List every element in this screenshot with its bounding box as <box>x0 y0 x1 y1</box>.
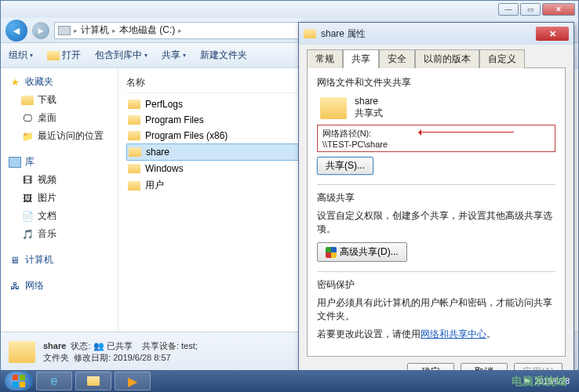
share-button[interactable]: 共享(S)... <box>317 157 373 175</box>
toolbar-include[interactable]: 包含到库中▾ <box>95 49 147 62</box>
forward-button[interactable]: ► <box>32 22 49 39</box>
library-icon <box>9 157 21 168</box>
svg-rect-1 <box>20 375 25 380</box>
open-icon <box>47 51 60 60</box>
tray-date: 2019/6/28 <box>535 377 570 386</box>
toolbar-share[interactable]: 共享▾ <box>162 49 186 62</box>
sidebar-item-pictures[interactable]: 🖼图片 <box>4 189 115 207</box>
password-desc: 用户必须具有此计算机的用户帐户和密码，才能访问共享文件夹。 <box>317 296 555 323</box>
dialog-close-button[interactable]: ✕ <box>536 27 569 41</box>
properties-dialog: share 属性 ✕ 常规 共享 安全 以前的版本 自定义 网络文件和文件夹共享… <box>298 22 574 387</box>
desktop-icon: 🖵 <box>21 112 34 125</box>
tray-flag-icon: ⚑ <box>523 377 530 386</box>
network-path-label: 网络路径(N): <box>322 128 550 140</box>
share-folder-name: share <box>355 96 383 107</box>
tab-general[interactable]: 常规 <box>307 49 343 68</box>
tab-sharing[interactable]: 共享 <box>343 49 379 68</box>
share-style: 共享式 <box>355 107 383 120</box>
folder-icon <box>21 96 34 105</box>
svg-rect-2 <box>13 382 18 387</box>
video-icon: 🎞 <box>21 174 34 187</box>
section-network-sharing-title: 网络文件和文件夹共享 <box>317 76 555 89</box>
tab-previous-versions[interactable]: 以前的版本 <box>415 49 479 68</box>
folder-icon <box>87 376 100 386</box>
section-password-title: 密码保护 <box>317 278 555 292</box>
folder-icon <box>128 115 140 125</box>
svg-rect-0 <box>13 375 18 380</box>
folder-large-icon <box>9 341 35 363</box>
tab-security[interactable]: 安全 <box>379 49 415 68</box>
music-icon: 🎵 <box>21 228 34 241</box>
sidebar-item-documents[interactable]: 📄文档 <box>4 207 115 225</box>
section-advanced-title: 高级共享 <box>317 191 555 205</box>
toolbar-newfolder[interactable]: 新建文件夹 <box>200 49 247 62</box>
folder-icon <box>304 29 316 38</box>
network-path-box: 网络路径(N): \\TEST-PC\share <box>317 125 555 152</box>
sidebar-item-desktop[interactable]: 🖵桌面 <box>4 109 115 127</box>
folder-icon <box>129 147 141 157</box>
sidebar-favorites[interactable]: ★收藏夹 <box>4 73 115 91</box>
sidebar-network[interactable]: 🖧网络 <box>4 277 115 295</box>
folder-icon <box>128 131 140 140</box>
sidebar-item-videos[interactable]: 🎞视频 <box>4 171 115 189</box>
window-close-button[interactable]: ✕ <box>542 3 575 16</box>
breadcrumb-drive[interactable]: 本地磁盘 (C:) <box>119 24 175 37</box>
tab-customize[interactable]: 自定义 <box>479 49 525 68</box>
picture-icon: 🖼 <box>21 192 34 205</box>
recent-icon: 📁 <box>21 130 34 143</box>
windows-logo-icon <box>12 374 26 388</box>
network-icon: 🖧 <box>9 280 21 292</box>
sidebar-computer[interactable]: 🖥计算机 <box>4 251 115 269</box>
back-button[interactable]: ◄ <box>5 20 27 42</box>
task-media[interactable]: ▶ <box>115 372 151 390</box>
sidebar: ★收藏夹 下载 🖵桌面 📁最近访问的位置 库 🎞视频 🖼图片 📄文档 🎵音乐 🖥… <box>1 68 118 332</box>
tabs: 常规 共享 安全 以前的版本 自定义 <box>307 49 566 68</box>
minimize-button[interactable]: — <box>498 3 519 16</box>
system-tray[interactable]: ⚑ 2019/6/28 <box>523 377 575 386</box>
folder-icon <box>128 181 140 191</box>
toolbar-open[interactable]: 打开 <box>47 49 81 62</box>
computer-icon: 🖥 <box>9 254 21 267</box>
network-path-value: \\TEST-PC\share <box>322 140 550 149</box>
folder-large-icon <box>320 97 347 119</box>
drive-icon <box>58 26 71 35</box>
sidebar-libraries[interactable]: 库 <box>4 153 115 171</box>
annotation-arrow <box>420 132 514 132</box>
details-name: share <box>43 341 66 350</box>
tab-panel: 网络文件和文件夹共享 share 共享式 网络路径(N): \\TEST-PC\… <box>307 68 566 357</box>
dialog-titlebar[interactable]: share 属性 ✕ <box>299 23 574 45</box>
start-button[interactable] <box>5 372 33 390</box>
breadcrumb-computer[interactable]: 计算机 <box>81 24 109 37</box>
advanced-desc: 设置自定义权限，创建多个共享，并设置其他高级共享选项。 <box>317 209 555 236</box>
maximize-button[interactable]: ▭ <box>520 3 541 16</box>
star-icon: ★ <box>9 76 21 89</box>
toolbar-organize[interactable]: 组织▾ <box>9 49 33 62</box>
sidebar-item-music[interactable]: 🎵音乐 <box>4 225 115 243</box>
sidebar-item-downloads[interactable]: 下载 <box>4 91 115 109</box>
taskbar: e ▶ ⚑ 2019/6/28 <box>0 370 579 392</box>
task-ie[interactable]: e <box>36 372 72 390</box>
document-icon: 📄 <box>21 210 34 223</box>
folder-icon <box>128 164 140 173</box>
advanced-sharing-button[interactable]: 高级共享(D)... <box>317 242 407 262</box>
window-titlebar: — ▭ ✕ <box>1 1 578 18</box>
folder-icon <box>128 100 140 109</box>
network-sharing-center-link[interactable]: 网络和共享中心 <box>421 328 486 339</box>
sidebar-item-recent[interactable]: 📁最近访问的位置 <box>4 127 115 145</box>
svg-rect-3 <box>20 382 25 387</box>
shield-icon <box>326 247 337 258</box>
dialog-title: share 属性 <box>321 27 366 41</box>
task-explorer[interactable] <box>75 372 111 390</box>
